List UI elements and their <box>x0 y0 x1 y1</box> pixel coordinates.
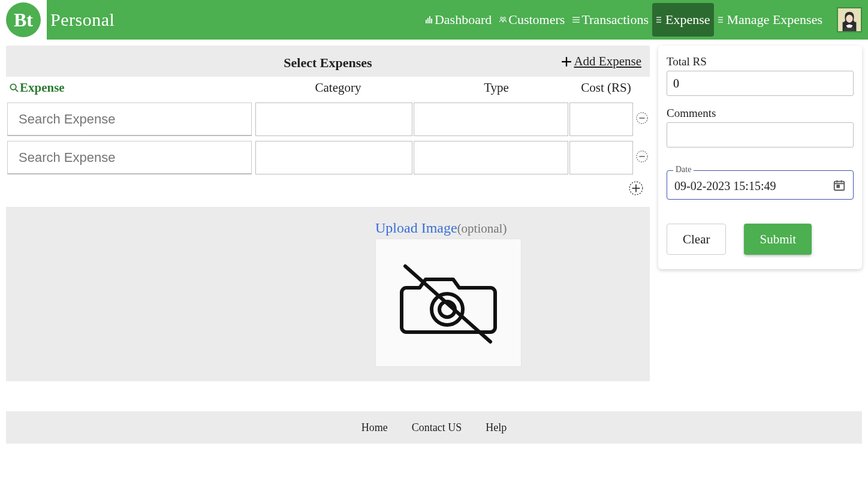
svg-rect-0 <box>426 20 427 23</box>
upload-image-link[interactable]: Upload Image <box>375 220 457 236</box>
panel-title: Select Expenses <box>6 55 650 71</box>
search-icon <box>10 83 19 92</box>
brand-logo[interactable]: Bt <box>0 0 47 40</box>
minus-circle-icon <box>635 112 649 125</box>
svg-point-28 <box>432 294 463 325</box>
list-icon <box>718 16 726 24</box>
expenses-header: Select Expenses Add Expense <box>6 46 650 77</box>
total-input[interactable] <box>667 71 854 96</box>
no-camera-icon <box>394 258 502 348</box>
col-category-header: Category <box>258 80 418 95</box>
type-cell[interactable] <box>414 141 568 174</box>
add-row-button[interactable] <box>628 180 644 198</box>
add-row-area <box>6 177 650 203</box>
upload-label: Upload Image(optional) <box>375 220 526 236</box>
svg-rect-32 <box>836 185 840 188</box>
col-cost-header: Cost (RS) <box>574 80 650 95</box>
col-expense-header: Expense <box>6 80 258 95</box>
rows-container <box>6 100 650 207</box>
remove-row-button[interactable] <box>635 150 649 165</box>
page-body: Select Expenses Add Expense Expense Cate… <box>0 40 868 387</box>
col-expense-label: Expense <box>20 80 65 95</box>
header: Bt Personal Dashboard Customers Transact… <box>0 0 868 40</box>
summary-panel: Total RS Comments Date 09-02-2023 15:15:… <box>658 46 862 269</box>
svg-rect-3 <box>431 19 432 23</box>
add-expense-label: Add Expense <box>574 54 641 69</box>
avatar[interactable] <box>837 7 862 32</box>
footer-home[interactable]: Home <box>361 421 388 434</box>
date-label: Date <box>673 165 694 174</box>
cost-cell[interactable] <box>569 103 633 136</box>
expense-search-input[interactable] <box>7 103 252 136</box>
comments-input[interactable] <box>667 122 854 147</box>
svg-rect-2 <box>429 16 430 23</box>
nav-expense[interactable]: Expense <box>652 3 714 37</box>
nav-transactions[interactable]: Transactions <box>568 3 652 37</box>
bars-icon <box>425 16 433 24</box>
cost-cell[interactable] <box>569 141 633 174</box>
nav-label: Transactions <box>581 12 649 28</box>
total-label: Total RS <box>667 55 854 68</box>
plus-circle-icon <box>628 180 644 196</box>
date-value: 09-02-2023 15:15:49 <box>674 179 776 192</box>
remove-row-button[interactable] <box>635 112 649 127</box>
category-cell[interactable] <box>255 103 412 136</box>
button-row: Clear Submit <box>667 224 854 255</box>
brand-logo-text: Bt <box>6 2 41 37</box>
table-row <box>6 138 650 177</box>
add-expense-link[interactable]: Add Expense <box>561 54 641 69</box>
avatar-icon <box>838 8 861 31</box>
table-header-row: Expense Category Type Cost (RS) <box>6 77 650 100</box>
svg-point-16 <box>846 14 852 22</box>
expenses-panel: Select Expenses Add Expense Expense Cate… <box>6 46 650 381</box>
nav-manage-expenses[interactable]: Manage Expenses <box>714 3 826 37</box>
upload-optional-text: (optional) <box>457 221 507 236</box>
plus-icon <box>561 56 572 67</box>
nav-label: Expense <box>665 12 710 28</box>
expense-search-input[interactable] <box>7 141 252 174</box>
comments-label: Comments <box>667 107 854 120</box>
brand-title: Personal <box>50 10 114 30</box>
upload-dropzone[interactable] <box>375 239 522 367</box>
upload-section: Upload Image(optional) <box>6 207 650 381</box>
category-cell[interactable] <box>255 141 412 174</box>
date-field[interactable]: Date 09-02-2023 15:15:49 <box>667 170 854 200</box>
clear-button[interactable]: Clear <box>667 224 726 255</box>
submit-button[interactable]: Submit <box>744 224 812 255</box>
calendar-icon[interactable] <box>833 179 846 192</box>
svg-point-19 <box>10 84 16 89</box>
nav-label: Manage Expenses <box>727 12 822 28</box>
svg-point-5 <box>504 17 506 20</box>
col-type-header: Type <box>418 80 574 95</box>
nav-customers[interactable]: Customers <box>495 3 568 37</box>
top-nav: Dashboard Customers Transactions Expense… <box>421 0 868 40</box>
nav-label: Customers <box>508 12 565 28</box>
people-icon <box>499 16 507 24</box>
nav-label: Dashboard <box>435 12 492 28</box>
footer: Home Contact US Help <box>6 411 862 444</box>
svg-point-4 <box>501 17 503 20</box>
list-icon <box>656 16 664 24</box>
footer-help[interactable]: Help <box>486 421 507 434</box>
table-row <box>6 100 650 138</box>
footer-contact[interactable]: Contact US <box>412 421 462 434</box>
minus-circle-icon <box>635 150 649 163</box>
svg-line-20 <box>16 89 18 92</box>
list-icon <box>572 16 580 24</box>
svg-rect-1 <box>427 18 429 23</box>
nav-dashboard[interactable]: Dashboard <box>421 3 495 37</box>
type-cell[interactable] <box>414 103 568 136</box>
